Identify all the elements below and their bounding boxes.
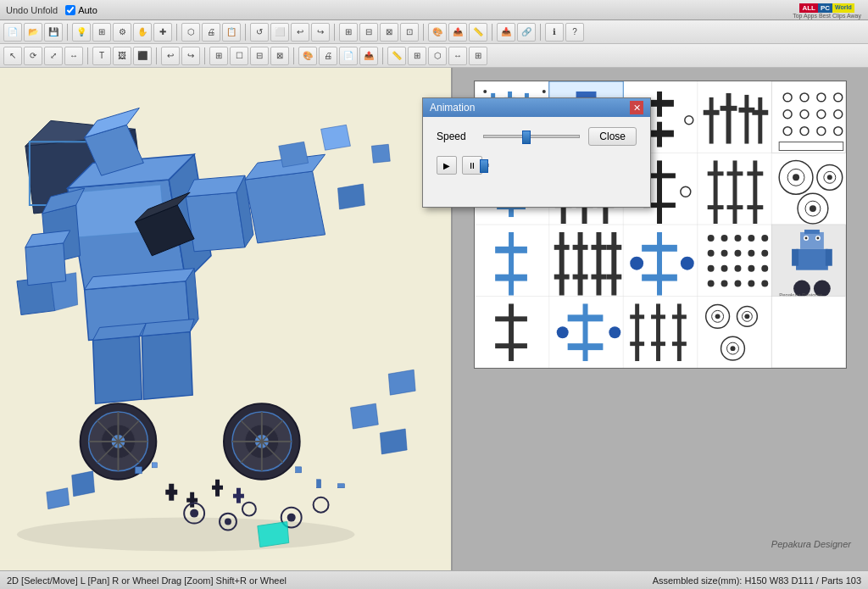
parts3-icon[interactable]: ⊟: [250, 47, 269, 65]
svg-rect-187: [573, 275, 588, 280]
svg-point-203: [761, 235, 768, 242]
svg-marker-74: [380, 429, 407, 454]
toolbar-bottom: ↖ ⟳ ⤢ ↔ T 🖼 ⬛ ↩ ↪ ⊞ ☐ ⊟ ⊠ 🎨 🖨 📄 📤 📏 ⊞ ⬡ …: [0, 44, 868, 68]
color3-icon[interactable]: 🎨: [298, 47, 317, 65]
svg-point-216: [734, 281, 741, 287]
split3-icon[interactable]: ⊠: [270, 47, 289, 65]
redo2-icon[interactable]: ↪: [311, 23, 330, 42]
redo3-icon[interactable]: ↪: [181, 47, 200, 65]
progress-track[interactable]: [487, 164, 489, 167]
save-icon[interactable]: 💾: [44, 23, 63, 42]
text2-icon[interactable]: T: [92, 47, 111, 65]
undo4-icon[interactable]: ↩: [161, 47, 180, 65]
scale2-icon[interactable]: ⤢: [44, 47, 63, 65]
grid3-icon[interactable]: ⊞: [408, 47, 426, 65]
close-button[interactable]: Close: [588, 127, 637, 146]
svg-rect-237: [568, 343, 604, 350]
rotate4-icon[interactable]: ⟳: [24, 47, 42, 65]
undo3-icon[interactable]: ↩: [291, 23, 309, 42]
page4-icon[interactable]: 📄: [339, 47, 358, 65]
select2-icon[interactable]: ⊟: [359, 23, 378, 42]
speed-slider-thumb[interactable]: [522, 131, 531, 144]
image2-icon[interactable]: 🖼: [113, 47, 131, 65]
svg-rect-53: [212, 486, 223, 490]
color2-icon[interactable]: 🎨: [428, 23, 447, 42]
speed-slider[interactable]: [483, 135, 580, 138]
svg-marker-71: [72, 471, 95, 497]
help2-icon[interactable]: ?: [565, 23, 584, 42]
split2-icon[interactable]: ⊡: [400, 23, 419, 42]
measure3-icon[interactable]: 📏: [387, 47, 406, 65]
svg-point-200: [721, 235, 728, 242]
sep6: [492, 24, 492, 41]
undo-unfold-button[interactable]: Undo Unfold: [3, 4, 60, 16]
print3-icon[interactable]: 🖨: [202, 23, 220, 42]
print4-icon[interactable]: 🖨: [319, 47, 337, 65]
svg-rect-247: [672, 314, 687, 319]
svg-rect-192: [606, 245, 621, 250]
svg-point-208: [761, 250, 768, 257]
svg-rect-232: [509, 303, 514, 361]
cursor2-icon[interactable]: ↖: [3, 47, 22, 65]
expand2-icon[interactable]: ⬜: [270, 23, 289, 42]
svg-rect-124: [721, 106, 737, 111]
svg-rect-235: [583, 303, 588, 361]
export3-icon[interactable]: 📤: [359, 47, 378, 65]
open-icon[interactable]: 📂: [24, 23, 42, 42]
settings2-icon[interactable]: ⚙: [113, 23, 131, 42]
flip2-icon[interactable]: ↔: [64, 47, 83, 65]
svg-point-225: [816, 236, 819, 239]
cube2-icon[interactable]: ⬛: [133, 47, 152, 65]
svg-point-205: [721, 250, 728, 257]
auto-checkbox[interactable]: [65, 5, 75, 15]
layer-icon[interactable]: ⬡: [428, 47, 447, 65]
svg-point-101: [483, 90, 487, 93]
parts2-icon[interactable]: ⊠: [380, 23, 398, 42]
lamp-icon[interactable]: 💡: [72, 23, 91, 42]
svg-rect-163: [708, 205, 724, 209]
toolbar-top: 📄 📂 💾 💡 ⊞ ⚙ ✋ ✚ ⬡ 🖨 📋 ↺ ⬜ ↩ ↪ ⊞ ⊟ ⊠ ⊡ 🎨 …: [0, 20, 868, 44]
svg-point-172: [793, 174, 799, 181]
unfold2-icon[interactable]: ⬡: [181, 23, 200, 42]
animation-dialog-title[interactable]: Animation ✕: [423, 98, 650, 117]
svg-marker-65: [258, 522, 289, 547]
import-icon[interactable]: 📥: [497, 23, 515, 42]
svg-rect-244: [651, 314, 665, 319]
auto-checkbox-label[interactable]: Auto: [65, 5, 97, 15]
svg-rect-234: [495, 343, 527, 348]
progress-thumb[interactable]: [480, 159, 488, 173]
sep8: [87, 47, 88, 64]
export2-icon[interactable]: 📤: [448, 23, 467, 42]
svg-point-199: [708, 235, 715, 242]
svg-marker-44: [279, 142, 309, 167]
svg-rect-162: [708, 171, 724, 175]
svg-rect-66: [135, 467, 142, 474]
svg-point-197: [630, 257, 643, 270]
animation-dialog-close-x-button[interactable]: ✕: [630, 101, 643, 114]
3d-view[interactable]: [0, 68, 453, 570]
rotate3-icon[interactable]: ↺: [250, 23, 269, 42]
hand2-icon[interactable]: ✋: [133, 23, 152, 42]
play-button[interactable]: ▶: [437, 156, 457, 175]
svg-rect-164: [732, 160, 737, 224]
svg-rect-67: [152, 463, 157, 468]
measure2-icon[interactable]: 📏: [469, 23, 487, 42]
logo-box: ALL PC World: [799, 3, 854, 13]
fit-icon[interactable]: ⊞: [469, 47, 487, 65]
sep4: [334, 24, 335, 41]
select3-icon[interactable]: ☐: [230, 47, 248, 65]
svg-rect-181: [495, 275, 527, 281]
grid2-icon[interactable]: ⊞: [92, 23, 111, 42]
svg-point-212: [748, 265, 754, 272]
link-icon[interactable]: 🔗: [517, 23, 536, 42]
svg-rect-220: [800, 232, 824, 249]
join2-icon[interactable]: ⊞: [339, 23, 358, 42]
info2-icon[interactable]: ℹ: [545, 23, 564, 42]
join3-icon[interactable]: ⊞: [209, 47, 228, 65]
cross-icon[interactable]: ✚: [153, 23, 172, 42]
svg-point-206: [734, 250, 741, 257]
page3-icon[interactable]: 📋: [222, 23, 241, 42]
new-icon[interactable]: 📄: [3, 23, 22, 42]
svg-rect-193: [606, 275, 621, 280]
size-icon[interactable]: ↔: [448, 47, 467, 65]
